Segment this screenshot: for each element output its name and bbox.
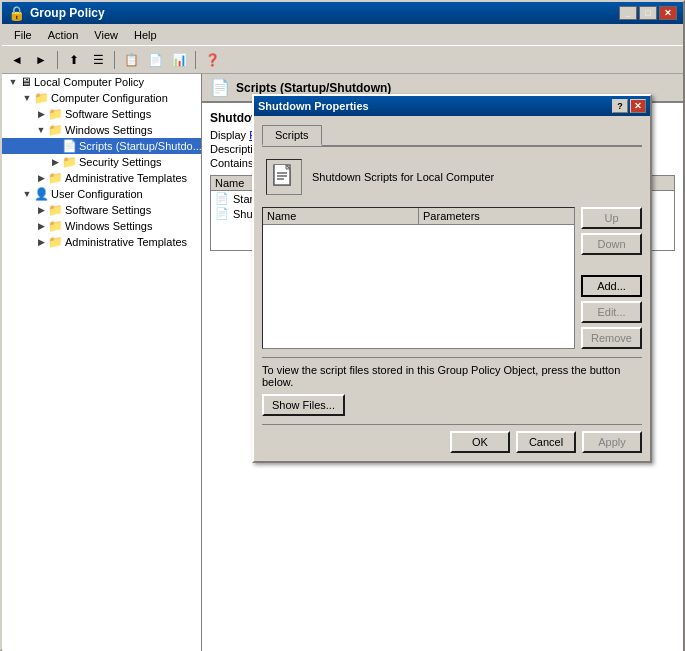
dialog-list-col-name: Name xyxy=(263,208,419,224)
tab-scripts[interactable]: Scripts xyxy=(262,125,322,146)
expander-scripts xyxy=(48,139,62,153)
forward-button[interactable]: ► xyxy=(30,49,52,71)
toolbar-sep-1 xyxy=(57,51,58,69)
cancel-button[interactable]: Cancel xyxy=(516,431,576,453)
expander-security[interactable]: ▶ xyxy=(48,155,62,169)
show-hide-button[interactable]: ☰ xyxy=(87,49,109,71)
footer-paragraph: To view the script files stored in this … xyxy=(262,364,642,388)
computer-config-icon: 📁 xyxy=(34,91,49,105)
app-icon: 🔒 xyxy=(8,5,25,21)
scripts-header-icon: 📄 xyxy=(210,78,230,97)
scripts-label: Scripts (Startup/Shutdo... xyxy=(79,140,202,152)
dialog-help-button[interactable]: ? xyxy=(612,99,628,113)
admin-templates-2-icon: 📁 xyxy=(48,235,63,249)
help-toolbar-button[interactable]: ❓ xyxy=(201,49,223,71)
windows-settings-2-icon: 📁 xyxy=(48,219,63,233)
admin-templates-2-label: Administrative Templates xyxy=(65,236,187,248)
windows-settings-2-label: Windows Settings xyxy=(65,220,152,232)
remove-button[interactable]: Remove xyxy=(581,327,642,349)
copy-button[interactable]: 📋 xyxy=(120,49,142,71)
sidebar-item-admin-templates-1[interactable]: ▶ 📁 Administrative Templates xyxy=(2,170,201,186)
security-icon: 📁 xyxy=(62,155,77,169)
dialog-bottom-buttons: OK Cancel Apply xyxy=(262,424,642,453)
show-files-button[interactable]: Show Files... xyxy=(262,394,345,416)
expander-software-2[interactable]: ▶ xyxy=(34,203,48,217)
expander-windows-2[interactable]: ▶ xyxy=(34,219,48,233)
sidebar-item-computer-config[interactable]: ▼ 📁 Computer Configuration xyxy=(2,90,201,106)
expander-admin-2[interactable]: ▶ xyxy=(34,235,48,249)
sidebar-item-windows-settings-1[interactable]: ▼ 📁 Windows Settings xyxy=(2,122,201,138)
properties-button[interactable]: 📊 xyxy=(168,49,190,71)
down-button[interactable]: Down xyxy=(581,233,642,255)
sidebar-item-admin-templates-2[interactable]: ▶ 📁 Administrative Templates xyxy=(2,234,201,250)
menu-file[interactable]: File xyxy=(6,27,40,43)
sidebar-item-software-settings-1[interactable]: ▶ 📁 Software Settings xyxy=(2,106,201,122)
title-bar-buttons: _ □ ✕ xyxy=(619,6,677,20)
show-files-container: Show Files... xyxy=(262,394,642,416)
content-pane: 📄 Scripts (Startup/Shutdown) Shutdown Di… xyxy=(202,74,683,651)
startup-icon: 📄 xyxy=(215,192,229,205)
menu-bar: File Action View Help xyxy=(2,24,683,46)
security-label: Security Settings xyxy=(79,156,162,168)
up-button[interactable]: ⬆ xyxy=(63,49,85,71)
sidebar-item-windows-settings-2[interactable]: ▶ 📁 Windows Settings xyxy=(2,218,201,234)
user-config-label: User Configuration xyxy=(51,188,143,200)
expander-windows-1[interactable]: ▼ xyxy=(34,123,48,137)
main-area: ▼ 🖥 Local Computer Policy ▼ 📁 Computer C… xyxy=(2,74,683,651)
expander-local-policy[interactable]: ▼ xyxy=(6,75,20,89)
user-config-icon: 👤 xyxy=(34,187,49,201)
apply-button[interactable]: Apply xyxy=(582,431,642,453)
menu-action[interactable]: Action xyxy=(40,27,87,43)
menu-help[interactable]: Help xyxy=(126,27,165,43)
edit-button[interactable]: Edit... xyxy=(581,301,642,323)
btn-spacer xyxy=(581,259,642,271)
add-button[interactable]: Add... xyxy=(581,275,642,297)
expander-user-config[interactable]: ▼ xyxy=(20,187,34,201)
admin-templates-1-label: Administrative Templates xyxy=(65,172,187,184)
app-window: 🔒 Group Policy _ □ ✕ File Action View He… xyxy=(0,0,685,651)
sidebar-item-security[interactable]: ▶ 📁 Security Settings xyxy=(2,154,201,170)
script-file-svg xyxy=(270,163,298,191)
dialog-title-buttons: ? ✕ xyxy=(612,99,646,113)
shutdown-properties-dialog: Shutdown Properties ? ✕ Scripts xyxy=(252,94,652,463)
sidebar-item-scripts[interactable]: 📄 Scripts (Startup/Shutdo... xyxy=(2,138,201,154)
close-button[interactable]: ✕ xyxy=(659,6,677,20)
windows-settings-1-icon: 📁 xyxy=(48,123,63,137)
shutdown-icon: 📄 xyxy=(215,207,229,220)
dialog-description: Shutdown Scripts for Local Computer xyxy=(312,171,494,183)
expander-admin-1[interactable]: ▶ xyxy=(34,171,48,185)
dialog-list-body[interactable] xyxy=(263,225,574,345)
toolbar-sep-2 xyxy=(114,51,115,69)
sidebar-item-local-policy[interactable]: ▼ 🖥 Local Computer Policy xyxy=(2,74,201,90)
up-button[interactable]: Up xyxy=(581,207,642,229)
dialog-close-button[interactable]: ✕ xyxy=(630,99,646,113)
maximize-button[interactable]: □ xyxy=(639,6,657,20)
dialog-icon-row: Shutdown Scripts for Local Computer xyxy=(262,155,642,199)
local-policy-label: Local Computer Policy xyxy=(34,76,144,88)
dialog-list-col-params: Parameters xyxy=(419,208,574,224)
dialog-title: Shutdown Properties xyxy=(258,100,369,112)
sidebar-item-user-config[interactable]: ▼ 👤 User Configuration xyxy=(2,186,201,202)
toolbar: ◄ ► ⬆ ☰ 📋 📄 📊 ❓ xyxy=(2,46,683,74)
dialog-list-container: Name Parameters xyxy=(262,207,575,349)
toolbar-sep-3 xyxy=(195,51,196,69)
app-title: Group Policy xyxy=(30,6,105,20)
scripts-icon: 📄 xyxy=(62,139,77,153)
windows-settings-1-label: Windows Settings xyxy=(65,124,152,136)
minimize-button[interactable]: _ xyxy=(619,6,637,20)
admin-templates-1-icon: 📁 xyxy=(48,171,63,185)
sidebar-item-software-settings-2[interactable]: ▶ 📁 Software Settings xyxy=(2,202,201,218)
expander-software-1[interactable]: ▶ xyxy=(34,107,48,121)
title-bar: 🔒 Group Policy _ □ ✕ xyxy=(2,2,683,24)
sidebar: ▼ 🖥 Local Computer Policy ▼ 📁 Computer C… xyxy=(2,74,202,651)
menu-view[interactable]: View xyxy=(86,27,126,43)
dialog-script-icon xyxy=(266,159,302,195)
ok-button[interactable]: OK xyxy=(450,431,510,453)
dialog-title-bar: Shutdown Properties ? ✕ xyxy=(254,96,650,116)
expander-computer-config[interactable]: ▼ xyxy=(20,91,34,105)
back-button[interactable]: ◄ xyxy=(6,49,28,71)
paste-button[interactable]: 📄 xyxy=(144,49,166,71)
software-settings-1-label: Software Settings xyxy=(65,108,151,120)
dialog-tab-bar: Scripts xyxy=(262,124,642,147)
local-policy-icon: 🖥 xyxy=(20,75,32,89)
